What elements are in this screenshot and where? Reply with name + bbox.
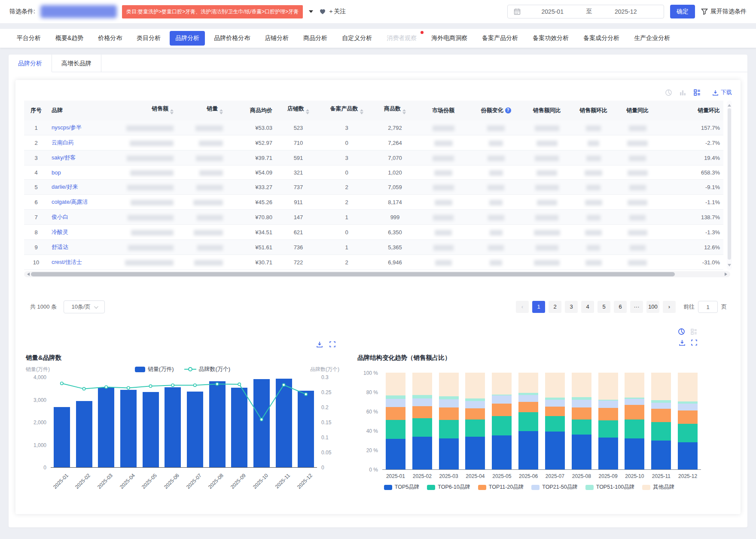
nav-tab-自定义分析[interactable]: 自定义分析	[336, 31, 378, 46]
nav-tab-商品分析[interactable]: 商品分析	[298, 31, 333, 46]
nav-tab-价格分布[interactable]: 价格分布	[92, 31, 128, 46]
nav-tab-备案成分分析[interactable]: 备案成分分析	[578, 31, 625, 46]
nav-tab-生产企业分析[interactable]: 生产企业分析	[628, 31, 676, 46]
page-size-select[interactable]: 10条/页	[64, 300, 105, 313]
brand-link[interactable]: 云南白药	[52, 139, 74, 146]
sort-icon[interactable]	[219, 107, 223, 116]
nav-tab-概要&趋势[interactable]: 概要&趋势	[50, 31, 89, 46]
pie-chart-view-icon[interactable]	[665, 89, 672, 96]
next-page-button[interactable]: ›	[663, 301, 676, 313]
sort-icon[interactable]	[306, 107, 309, 116]
table-view-icon[interactable]	[693, 89, 701, 96]
tab-brand-analysis[interactable]: 品牌分析	[9, 55, 52, 72]
cell-商品均价: ¥52.97	[226, 135, 276, 150]
category-tag[interactable]: 类目:婴童洗护>婴童口腔>牙膏、洗护清洁剂/卫生巾/纸/香薰>口腔护理>牙膏	[122, 5, 303, 18]
help-icon[interactable]: ?	[505, 107, 511, 113]
redacted-filter-input[interactable]	[40, 5, 117, 18]
column-header-备案产品数[interactable]: 备案产品数	[321, 101, 372, 120]
brand-link[interactable]: 舒适达	[52, 244, 68, 250]
stacked-bar-2025-09	[598, 373, 618, 469]
nav-tab-消费者观察[interactable]: 消费者观察	[381, 31, 422, 46]
legend-item-品牌数(万个)[interactable]: 品牌数(万个)	[184, 365, 231, 373]
fullscreen-icon[interactable]	[691, 339, 698, 346]
page-button-1[interactable]: 1	[532, 301, 545, 313]
nav-tab-品牌分析[interactable]: 品牌分析	[170, 31, 205, 46]
confirm-button[interactable]: 确定	[670, 5, 695, 18]
date-range-picker[interactable]: 2025-01 至 2025-12	[507, 5, 664, 18]
page-button-2[interactable]: 2	[549, 301, 561, 313]
segment-TOP21-50品牌	[651, 403, 671, 409]
sort-icon[interactable]	[360, 107, 363, 116]
scroll-right-icon[interactable]	[725, 273, 729, 276]
horizontal-scroll-thumb[interactable]	[31, 272, 675, 276]
tab-high-growth-brands[interactable]: 高增长品牌	[52, 55, 101, 72]
brand-count-line	[51, 377, 317, 468]
legend-item-TOP6-10品牌[interactable]: TOP6-10品牌	[427, 484, 470, 491]
nav-tab-类目分析[interactable]: 类目分析	[131, 31, 166, 46]
table-horizontal-scrollbar[interactable]	[24, 271, 730, 277]
follow-button[interactable]: ＋关注	[319, 8, 346, 15]
page-button-6[interactable]: 6	[614, 301, 627, 313]
column-header-销售额[interactable]: 销售额	[117, 101, 177, 120]
brand-link[interactable]: nyscps/参半	[52, 124, 82, 131]
fullscreen-icon[interactable]	[329, 341, 336, 348]
nav-tab-店铺分析[interactable]: 店铺分析	[259, 31, 294, 46]
legend-item-TOP21-50品牌[interactable]: TOP21-50品牌	[531, 484, 577, 491]
segment-TOP6-10品牌	[572, 420, 591, 435]
cell-店铺数: 911	[276, 195, 321, 210]
legend-item-销量(万件)[interactable]: 销量(万件)	[135, 365, 174, 373]
chevron-down-icon	[94, 304, 98, 309]
brand-link[interactable]: 俊小白	[52, 214, 68, 220]
download-icon[interactable]	[316, 341, 323, 348]
horizontal-scroll-track[interactable]	[31, 272, 723, 276]
expand-filters-button[interactable]: 展开筛选条件	[701, 8, 747, 15]
download-icon[interactable]	[679, 339, 686, 346]
scroll-up-icon[interactable]	[728, 102, 731, 107]
brand-link[interactable]: saky/舒客	[52, 154, 76, 161]
cell-份额变化	[469, 120, 523, 135]
sort-icon[interactable]	[170, 107, 174, 116]
nav-tab-海外电商洞察[interactable]: 海外电商洞察	[426, 31, 473, 46]
column-header-商品数[interactable]: 商品数	[372, 101, 418, 120]
goto-page-input[interactable]	[698, 301, 718, 313]
column-header-店铺数[interactable]: 店铺数	[276, 101, 321, 120]
date-start-input[interactable]: 2025-01	[521, 8, 585, 15]
legend-item-TOP11-20品牌[interactable]: TOP11-20品牌	[478, 484, 524, 491]
cell-序号: 8	[24, 225, 48, 240]
nav-tab-备案产品分析[interactable]: 备案产品分析	[476, 31, 524, 46]
prev-page-button[interactable]: ‹	[516, 301, 529, 313]
cell-市场份额	[418, 210, 469, 225]
list-view-icon[interactable]	[690, 328, 698, 335]
brand-link[interactable]: darlie/好来	[52, 184, 78, 190]
sort-icon[interactable]	[402, 107, 406, 116]
nav-tab-品牌价格分布[interactable]: 品牌价格分布	[208, 31, 256, 46]
legend-item-其他品牌[interactable]: 其他品牌	[642, 484, 674, 491]
content-card: 品牌分析 高增长品牌 下载	[9, 55, 747, 527]
bar-chart-view-icon[interactable]	[679, 89, 686, 96]
vertical-scroll-thumb[interactable]	[728, 108, 731, 260]
page-button-3[interactable]: 3	[565, 301, 578, 313]
column-header-销量[interactable]: 销量	[177, 101, 226, 120]
nav-tab-备案功效分析[interactable]: 备案功效分析	[527, 31, 574, 46]
more-pages-button[interactable]: ···	[630, 301, 643, 313]
cell-销量同比	[616, 240, 659, 255]
scroll-left-icon[interactable]	[25, 273, 30, 276]
redacted-value	[193, 200, 223, 205]
brand-link[interactable]: crest/佳洁士	[52, 259, 82, 265]
page-button-100[interactable]: 100	[646, 301, 659, 313]
page-button-4[interactable]: 4	[581, 301, 594, 313]
nav-tab-平台分析[interactable]: 平台分析	[11, 31, 46, 46]
scroll-down-icon[interactable]	[728, 264, 731, 268]
chevron-down-icon[interactable]	[309, 10, 313, 13]
page-button-5[interactable]: 5	[597, 301, 610, 313]
brand-link[interactable]: 冷酸灵	[52, 229, 68, 235]
legend-item-TOP5品牌[interactable]: TOP5品牌	[384, 484, 419, 491]
pie-chart-view-icon[interactable]	[678, 328, 685, 335]
download-button[interactable]: 下载	[712, 89, 732, 96]
brand-link[interactable]: bop	[52, 169, 61, 176]
table-vertical-scrollbar[interactable]	[727, 101, 732, 270]
legend-item-TOP51-100品牌[interactable]: TOP51-100品牌	[585, 484, 634, 491]
date-end-input[interactable]: 2025-12	[594, 8, 658, 15]
redacted-value	[130, 170, 174, 176]
brand-link[interactable]: colgate/高露洁	[52, 199, 88, 205]
